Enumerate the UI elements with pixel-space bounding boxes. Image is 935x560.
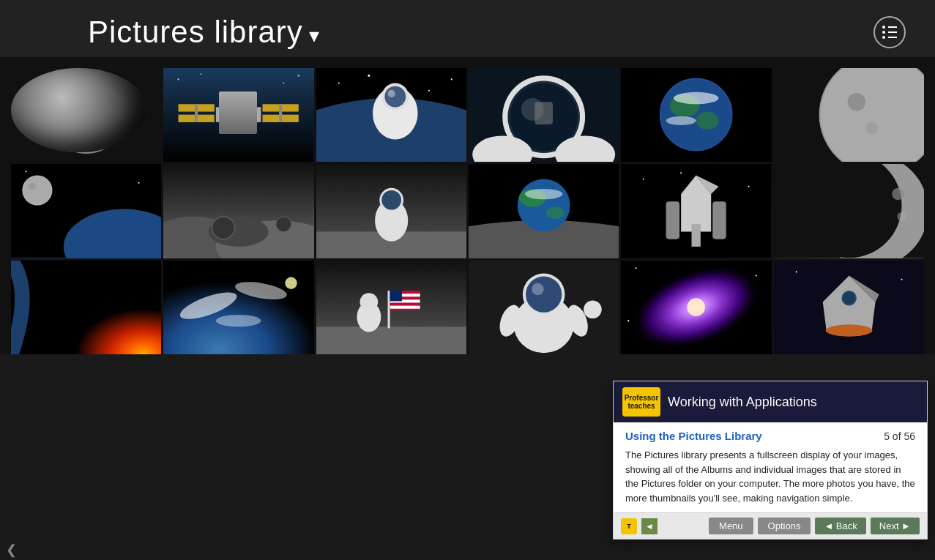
title-chevron-icon[interactable]: ▾	[309, 23, 319, 48]
thumbnail-earth-blue[interactable]	[621, 68, 771, 162]
thumbnail-explosion[interactable]	[11, 261, 161, 354]
thumbnail-galaxy[interactable]	[621, 261, 771, 354]
thumbnail-iss[interactable]	[163, 68, 313, 162]
tf-logo-mini: T	[621, 518, 637, 534]
list-view-button[interactable]	[873, 16, 906, 48]
thumbnail-earth-from-moon[interactable]	[469, 164, 619, 258]
thumbnail-earth-clouds[interactable]	[163, 261, 313, 354]
svg-point-42	[674, 92, 719, 104]
svg-rect-12	[216, 107, 261, 122]
scrollbar: ❮	[0, 540, 935, 560]
tooltip-subtitle-row: Using the Pictures Library 5 of 56	[625, 430, 915, 442]
svg-rect-18	[279, 104, 282, 122]
svg-point-67	[381, 190, 401, 210]
svg-point-116	[756, 275, 757, 276]
svg-point-22	[428, 90, 430, 92]
svg-rect-103	[390, 291, 401, 301]
back-button[interactable]: ◄ Back	[815, 518, 865, 534]
svg-point-121	[795, 271, 797, 272]
svg-point-127	[843, 292, 854, 304]
tf-arrow-btn[interactable]: ◄	[641, 518, 658, 534]
svg-point-5	[97, 120, 105, 129]
svg-point-125	[825, 324, 872, 336]
thumbnail-moon-partial[interactable]	[774, 68, 924, 162]
thumbnail-astronaut-helmet[interactable]	[469, 68, 619, 162]
svg-point-62	[276, 217, 291, 232]
svg-point-43	[666, 116, 696, 125]
thumbnail-moon-surface[interactable]	[163, 164, 313, 258]
page-title: Pictures library	[88, 15, 303, 50]
svg-rect-0	[11, 68, 161, 162]
scroll-left-arrow[interactable]: ❮	[6, 542, 17, 558]
svg-point-46	[820, 68, 924, 162]
tooltip-body-text: The Pictures library presents a fullscre…	[625, 448, 915, 505]
svg-point-21	[368, 75, 370, 77]
svg-rect-15	[195, 104, 198, 122]
svg-point-72	[546, 207, 565, 219]
svg-point-77	[748, 186, 750, 187]
thumbnail-earth-moon[interactable]	[11, 164, 161, 258]
svg-point-10	[283, 83, 285, 84]
svg-point-48	[865, 122, 877, 134]
title-area: Pictures library ▾	[88, 15, 319, 50]
svg-point-47	[847, 93, 865, 111]
options-button[interactable]: Options	[758, 518, 811, 534]
thumbnail-flag-moon[interactable]	[316, 261, 466, 354]
svg-point-6	[64, 124, 70, 130]
svg-point-27	[384, 86, 406, 108]
tooltip-body: Using the Pictures Library 5 of 56 The P…	[614, 422, 927, 512]
thumbnail-astronaut-float[interactable]	[316, 68, 466, 162]
svg-point-1	[47, 75, 125, 154]
svg-point-109	[526, 276, 562, 312]
svg-point-119	[688, 298, 706, 316]
professor-logo: Professorteaches	[622, 387, 660, 417]
svg-rect-102	[390, 305, 420, 308]
svg-point-110	[532, 283, 543, 294]
svg-point-41	[696, 112, 719, 130]
tooltip-footer: T ◄ Menu Options ◄ Back Next ►	[614, 512, 927, 539]
svg-point-50	[26, 171, 27, 173]
svg-point-23	[450, 78, 452, 80]
thumbnail-moon-crescent[interactable]	[774, 164, 924, 258]
svg-point-75	[643, 179, 644, 180]
svg-point-51	[138, 182, 140, 184]
thumbnail-moon-full[interactable]	[11, 68, 161, 162]
header: Pictures library ▾	[0, 0, 935, 57]
svg-point-8	[178, 78, 179, 80]
svg-point-9	[201, 73, 202, 75]
svg-point-94	[216, 315, 261, 326]
svg-point-87	[897, 212, 906, 221]
svg-point-117	[628, 320, 630, 321]
svg-point-3	[48, 77, 124, 152]
svg-point-2	[48, 77, 124, 152]
tooltip-header: Professorteaches Working with Applicatio…	[614, 381, 927, 422]
tooltip-progress: 5 of 56	[884, 430, 915, 442]
svg-point-122	[901, 278, 902, 280]
svg-rect-34	[534, 102, 553, 124]
svg-point-95	[286, 277, 297, 288]
svg-point-113	[584, 300, 602, 318]
svg-point-61	[212, 217, 235, 239]
svg-point-20	[338, 83, 339, 84]
tooltip-panel: Professorteaches Working with Applicatio…	[613, 381, 928, 540]
tooltip-header-title: Working with Applications	[668, 395, 817, 410]
next-button[interactable]: Next ►	[871, 518, 920, 534]
svg-rect-80	[692, 224, 701, 247]
thumbnail-capsule[interactable]	[774, 261, 924, 354]
svg-point-76	[680, 173, 682, 174]
svg-rect-98	[387, 291, 390, 328]
thumbnail-astronaut-moon[interactable]	[316, 164, 466, 258]
gallery-grid	[0, 57, 935, 354]
thumbnail-shuttle[interactable]	[621, 164, 771, 258]
svg-point-73	[525, 189, 562, 199]
svg-point-28	[387, 90, 395, 97]
svg-point-55	[23, 176, 51, 205]
svg-point-4	[69, 100, 81, 111]
thumbnail-astronaut-wave[interactable]	[469, 261, 619, 354]
menu-button[interactable]: Menu	[709, 518, 753, 534]
tooltip-subtitle: Using the Pictures Library	[625, 430, 762, 442]
svg-point-56	[29, 183, 36, 190]
svg-point-11	[298, 75, 300, 77]
svg-rect-97	[316, 326, 466, 354]
svg-point-86	[892, 188, 904, 200]
